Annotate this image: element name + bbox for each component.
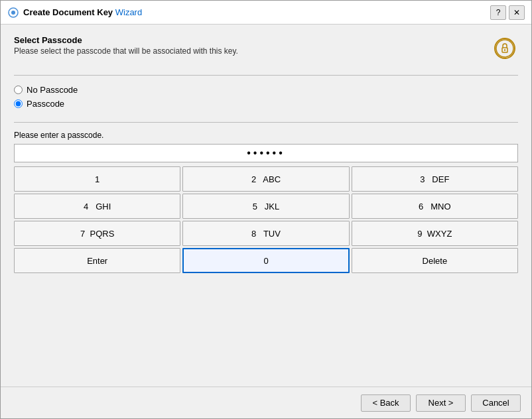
key-8[interactable]: 8 TUV	[182, 221, 349, 246]
close-button[interactable]: ✕	[509, 5, 525, 20]
help-button[interactable]: ?	[490, 5, 506, 20]
svg-point-2	[496, 40, 513, 57]
title-static: Create Document Key	[23, 7, 115, 17]
section-header: Select Passcode Please select the passco…	[14, 35, 518, 62]
section-header-text: Select Passcode Please select the passco…	[14, 35, 238, 56]
title-bar-controls: ? ✕	[490, 5, 525, 20]
main-content: Select Passcode Please select the passco…	[1, 25, 531, 387]
passcode-radio[interactable]	[14, 99, 23, 108]
passcode-display: ••••••	[14, 144, 518, 162]
svg-point-1	[11, 11, 15, 15]
divider-middle	[14, 122, 518, 123]
next-button[interactable]: Next >	[416, 394, 466, 412]
key-7[interactable]: 7 PQRS	[14, 221, 180, 246]
key-0[interactable]: 0	[182, 248, 349, 273]
key-4[interactable]: 4 GHI	[14, 194, 180, 219]
title-bar: Create Document Key Wizard ? ✕	[1, 1, 531, 25]
cancel-button[interactable]: Cancel	[471, 394, 521, 412]
section-subtitle: Please select the passcode that will be …	[14, 46, 238, 56]
title-highlight: Wizard	[115, 7, 142, 17]
passcode-entry-label: Please enter a passcode.	[14, 131, 518, 140]
no-passcode-label[interactable]: No Passcode	[27, 85, 78, 95]
no-passcode-radio[interactable]	[14, 86, 23, 94]
key-enter[interactable]: Enter	[14, 248, 180, 273]
section-icon	[492, 35, 518, 62]
passcode-label-text[interactable]: Passcode	[27, 99, 64, 109]
footer: < Back Next > Cancel	[1, 387, 531, 418]
key-delete[interactable]: Delete	[352, 248, 518, 273]
app-icon	[7, 7, 19, 19]
svg-point-4	[504, 49, 505, 50]
key-3[interactable]: 3 DEF	[352, 166, 518, 192]
key-5[interactable]: 5 JKL	[182, 194, 349, 219]
key-6[interactable]: 6 MNO	[352, 194, 518, 219]
back-button[interactable]: < Back	[361, 394, 411, 412]
title-bar-text: Create Document Key Wizard	[23, 7, 490, 17]
lock-icon	[494, 38, 515, 59]
no-passcode-option[interactable]: No Passcode	[14, 85, 518, 95]
key-2[interactable]: 2 ABC	[182, 166, 349, 192]
section-title: Select Passcode	[14, 35, 238, 45]
keypad: 1 2 ABC 3 DEF 4 GHI 5 JKL 6 MNO 7 PQRS 8…	[14, 166, 518, 273]
key-9[interactable]: 9 WXYZ	[352, 221, 518, 246]
key-1[interactable]: 1	[14, 166, 180, 192]
divider-top	[14, 75, 518, 76]
radio-group: No Passcode Passcode	[14, 85, 518, 113]
passcode-option[interactable]: Passcode	[14, 99, 518, 109]
